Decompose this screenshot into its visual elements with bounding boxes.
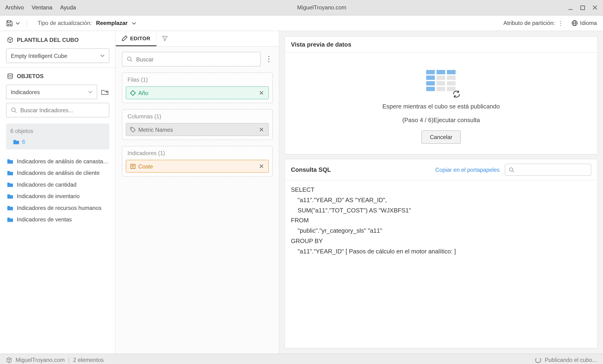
ind-pill-coste[interactable]: Coste ✕ (126, 160, 269, 173)
col-pill-metricnames[interactable]: Metric Names ✕ (126, 123, 269, 136)
copy-clipboard-link[interactable]: Copiar en el portapapeles (435, 166, 499, 173)
save-dropdown-icon[interactable] (16, 21, 20, 25)
objects-search-input[interactable] (20, 107, 104, 113)
cancel-button[interactable]: Cancelar (422, 130, 461, 144)
status-site: MiguelTroyano.com (16, 357, 65, 363)
filter-icon (162, 35, 168, 41)
globe-icon (571, 20, 578, 26)
folder-icon (13, 139, 20, 145)
status-publishing: Publicando el cubo... (545, 357, 597, 363)
chevron-down-icon (88, 90, 92, 94)
preview-card: Vista previa de datos Espere mientras el… (284, 36, 598, 154)
remove-pill-icon[interactable]: ✕ (258, 163, 265, 170)
objects-search[interactable] (6, 103, 110, 117)
update-type-value[interactable]: Reemplazar (96, 20, 128, 26)
category-select[interactable]: Indicadores (6, 85, 97, 99)
svg-point-8 (12, 108, 15, 111)
svg-point-18 (510, 167, 513, 171)
left-panel: PLANTILLA DEL CUBO Empty Intelligent Cub… (0, 31, 116, 354)
tab-filter[interactable] (156, 31, 173, 46)
objects-header: OBJETOS (0, 67, 116, 85)
folder-item[interactable]: Indicadores de análisis de canasta… (0, 155, 116, 167)
six-folder-link[interactable]: 6 (10, 139, 105, 145)
sql-search[interactable] (505, 164, 591, 176)
spinner-icon (535, 357, 541, 363)
folder-nav-button[interactable] (100, 87, 109, 97)
close-icon[interactable] (592, 4, 598, 11)
folder-icon (7, 158, 13, 164)
statusbar: MiguelTroyano.com | 2 elementos Publican… (0, 354, 603, 364)
partition-attr-kebab-icon[interactable]: ⋮ (557, 20, 564, 26)
folder-item[interactable]: Indicadores de ventas (0, 214, 116, 225)
window-title: MiguelTroyano.com (76, 4, 568, 11)
folder-icon (7, 182, 13, 188)
folder-item[interactable]: Indicadores de recursos humanos (0, 202, 116, 214)
metric-icon (130, 163, 136, 169)
folder-icon (7, 217, 13, 222)
folder-icon (7, 170, 13, 176)
tag-icon (130, 127, 136, 133)
folder-icon (7, 205, 13, 211)
folder-item[interactable]: Indicadores de análisis de cliente (0, 167, 116, 179)
chevron-down-icon (100, 54, 104, 58)
database-icon (7, 73, 13, 79)
svg-point-7 (8, 74, 12, 75)
menu-file[interactable]: Archivo (5, 4, 24, 11)
editor-search-input[interactable] (136, 56, 256, 63)
sql-card: Consulta SQL Copiar en el portapapeles S… (284, 159, 598, 348)
sql-title: Consulta SQL (291, 166, 331, 173)
rows-zone[interactable]: Filas (1) Año ✕ (122, 72, 273, 103)
toolbar: Tipo de actualización: Reemplazar Atribu… (0, 16, 603, 31)
loading-visual (426, 70, 456, 96)
sql-body[interactable]: SELECT "a11"."YEAR_ID" AS "YEAR_ID", SUM… (285, 180, 597, 261)
update-type-label: Tipo de actualización: (38, 20, 92, 26)
search-icon (509, 167, 514, 173)
indicators-label: Indicadores (1) (126, 150, 269, 156)
minimize-icon[interactable] (568, 4, 574, 11)
cube-icon (6, 357, 12, 363)
svg-rect-1 (581, 6, 585, 10)
cols-label: Columnas (1) (126, 113, 269, 120)
folder-item[interactable]: Indicadores de inventario (0, 190, 116, 202)
rows-label: Filas (1) (126, 77, 269, 83)
save-icon[interactable] (6, 20, 13, 26)
wait-text: Espere mientras el cubo se está publican… (382, 103, 499, 110)
remove-pill-icon[interactable]: ✕ (258, 89, 265, 96)
language-button[interactable]: Idioma (571, 20, 597, 26)
right-panel: Vista previa de datos Espere mientras el… (279, 31, 603, 354)
maximize-icon[interactable] (580, 4, 586, 11)
language-label: Idioma (580, 20, 597, 26)
svg-line-11 (131, 60, 132, 62)
search-icon (11, 107, 17, 113)
editor-search[interactable] (122, 52, 261, 66)
folder-item[interactable]: Indicadores de cantidad (0, 179, 116, 191)
menu-help[interactable]: Ayuda (60, 4, 76, 11)
cols-zone[interactable]: Columnas (1) Metric Names ✕ (122, 109, 273, 140)
editor-kebab-icon[interactable]: ⋮ (265, 55, 273, 63)
sync-icon (452, 90, 461, 99)
cube-select-value: Empty Intelligent Cube (11, 53, 67, 59)
row-pill-year[interactable]: Año ✕ (126, 86, 269, 99)
attribute-icon (130, 90, 136, 96)
cube-select[interactable]: Empty Intelligent Cube (6, 48, 110, 63)
indicators-zone[interactable]: Indicadores (1) Coste ✕ (122, 146, 273, 176)
folder-list: Indicadores de análisis de canasta… Indi… (0, 153, 116, 228)
svg-line-19 (512, 171, 514, 172)
object-count: 6 objetos (10, 128, 105, 134)
folder-icon (7, 193, 13, 199)
cube-template-header: PLANTILLA DEL CUBO (0, 31, 116, 48)
update-type-chevron-icon[interactable] (132, 21, 136, 25)
svg-line-9 (15, 111, 16, 113)
step-text: (Paso 4 / 6)Ejecutar consulta (402, 116, 480, 123)
center-panel: EDITOR ⋮ Filas (1) (116, 31, 279, 354)
svg-point-13 (131, 128, 132, 129)
pencil-icon (122, 35, 128, 41)
svg-point-10 (128, 57, 131, 61)
svg-rect-12 (130, 90, 135, 95)
status-elements: 2 elementos (73, 357, 104, 363)
tab-editor[interactable]: EDITOR (116, 31, 156, 46)
search-icon (127, 56, 133, 62)
menu-window[interactable]: Ventana (32, 4, 53, 11)
remove-pill-icon[interactable]: ✕ (258, 126, 265, 133)
object-count-block: 6 objetos 6 (6, 123, 110, 149)
